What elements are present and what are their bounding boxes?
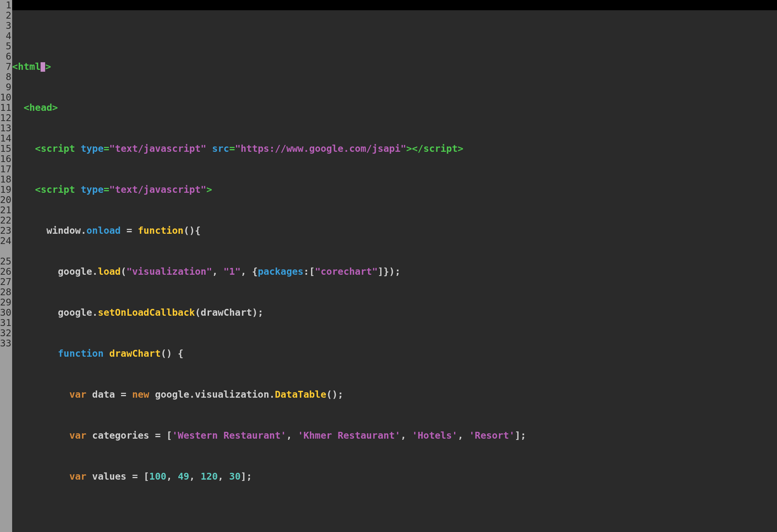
- code-line[interactable]: var data = new google.visualization.Data…: [12, 389, 777, 400]
- code-line[interactable]: window.onload = function(){: [12, 225, 777, 236]
- line-number: 2: [0, 10, 11, 20]
- line-number: 10: [0, 92, 11, 102]
- line-number-gutter: 123456789101112131415161718192021222324 …: [0, 0, 12, 532]
- line-number: 20: [0, 195, 11, 205]
- code-editor[interactable]: 123456789101112131415161718192021222324 …: [0, 0, 777, 532]
- code-area[interactable]: <html> <head> <script type="text/javascr…: [12, 0, 777, 532]
- line-number: 33: [0, 338, 11, 348]
- code-line[interactable]: <script type="text/javascript">: [12, 184, 777, 195]
- line-number: 32: [0, 328, 11, 338]
- line-number: 8: [0, 72, 11, 82]
- line-number: 27: [0, 277, 11, 287]
- current-line-highlight: [12, 0, 777, 10]
- code-line[interactable]: var categories = ['Western Restaurant', …: [12, 430, 777, 441]
- line-number: 14: [0, 133, 11, 143]
- line-number: 23: [0, 225, 11, 236]
- line-number: 15: [0, 143, 11, 154]
- code-line[interactable]: google.setOnLoadCallback(drawChart);: [12, 307, 777, 318]
- line-number: 4: [0, 31, 11, 41]
- code-line[interactable]: function drawChart() {: [12, 348, 777, 359]
- line-number: 1: [0, 0, 11, 10]
- line-number: 17: [0, 164, 11, 174]
- line-number: 7: [0, 61, 11, 72]
- code-line[interactable]: <html>: [12, 61, 777, 72]
- code-line[interactable]: google.load("visualization", "1", {packa…: [12, 266, 777, 277]
- text-cursor: [41, 62, 45, 72]
- code-line[interactable]: var values = [100, 49, 120, 30];: [12, 471, 777, 482]
- line-number: 19: [0, 184, 11, 195]
- line-number: 30: [0, 307, 11, 318]
- line-number: 26: [0, 266, 11, 277]
- line-number: 12: [0, 113, 11, 123]
- line-number: 29: [0, 297, 11, 307]
- line-number: 24: [0, 236, 11, 246]
- line-number: 22: [0, 215, 11, 225]
- line-number: 25: [0, 256, 11, 266]
- code-line[interactable]: <script type="text/javascript" src="http…: [12, 143, 777, 154]
- line-number: 11: [0, 102, 11, 113]
- line-number: 18: [0, 174, 11, 184]
- line-number: 21: [0, 205, 11, 215]
- line-number: 28: [0, 287, 11, 297]
- line-number-wrap-blank: [0, 246, 11, 256]
- line-number: 6: [0, 51, 11, 61]
- code-line[interactable]: <head>: [12, 102, 777, 113]
- line-number: 5: [0, 41, 11, 51]
- line-number: 3: [0, 20, 11, 31]
- line-number: 9: [0, 82, 11, 92]
- line-number: 16: [0, 154, 11, 164]
- code-line[interactable]: [12, 512, 777, 523]
- line-number: 31: [0, 318, 11, 328]
- line-number: 13: [0, 123, 11, 133]
